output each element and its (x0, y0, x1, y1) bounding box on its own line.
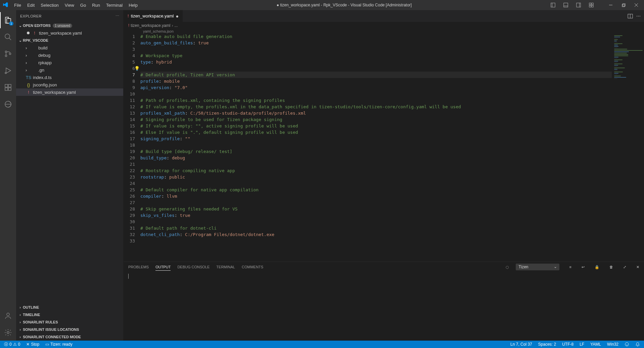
lightbulb-icon[interactable]: 💡 (134, 65, 140, 72)
menu-edit[interactable]: Edit (25, 1, 37, 9)
section-workspace[interactable]: ⌄ RPK_VSCODE (16, 37, 123, 44)
sidebar: EXPLORER ⋯ ⌄ OPEN EDITORS 1 unsaved !tiz… (16, 10, 124, 341)
status-language[interactable]: YAML (589, 342, 602, 347)
unsaved-dot-icon (27, 32, 30, 34)
activitybar-extensions[interactable] (0, 79, 16, 95)
svg-point-27 (7, 313, 9, 316)
file-name: jsconfig.json (33, 82, 57, 87)
activitybar-settings[interactable] (0, 324, 16, 341)
code-content[interactable]: # Enable auto build file generationauto_… (140, 33, 612, 262)
window-minimize-icon[interactable] (606, 0, 616, 10)
customize-layout-icon[interactable] (586, 0, 596, 10)
section-outline[interactable]: ›OUTLINE (16, 304, 123, 311)
statusbar: ⓧ0 ⚠0 ✕Stop ▭Tizen: ready Ln 7, Col 37 S… (0, 341, 644, 348)
open-editor-item[interactable]: !tizen_workspace.yaml (16, 29, 123, 37)
explorer-dirty-badge: 1 (9, 22, 13, 26)
activitybar: 1 (0, 10, 16, 341)
filter-icon[interactable]: ≡ (569, 265, 571, 269)
menu-help[interactable]: Help (126, 1, 140, 9)
svg-rect-12 (623, 3, 625, 6)
menu-file[interactable]: File (11, 1, 24, 9)
panel-tab-problems[interactable]: PROBLEMS (128, 264, 149, 270)
clear-icon[interactable]: 🗑 (609, 265, 613, 269)
tree-item[interactable]: ›.gn (16, 66, 123, 74)
status-encoding[interactable]: UTF-8 (561, 342, 575, 347)
wrap-icon[interactable]: ↩ (582, 265, 585, 269)
editor-body[interactable]: 1234567891011121314151617181920212223242… (124, 33, 644, 262)
activitybar-scm[interactable] (0, 46, 16, 62)
menu-selection[interactable]: Selection (38, 1, 61, 9)
menu-go[interactable]: Go (78, 1, 89, 9)
svg-point-21 (5, 72, 6, 74)
status-eol[interactable]: LF (578, 342, 586, 347)
section-timeline[interactable]: ›TIMELINE (16, 311, 123, 318)
sidebar-title: EXPLORER (20, 14, 42, 18)
activitybar-run-debug[interactable] (0, 63, 16, 79)
file-name: rpkapp (38, 60, 52, 65)
svg-rect-25 (8, 88, 11, 90)
svg-point-15 (5, 34, 10, 39)
section-sonarlint-connected[interactable]: ›SONARLINT CONNECTED MODE (16, 333, 123, 341)
lock-icon[interactable]: 🔒 (595, 265, 599, 269)
menu-terminal[interactable]: Terminal (103, 1, 125, 9)
breadcrumb[interactable]: ! tizen_workspace.yaml › ... (124, 22, 644, 29)
ts-file-icon: TS (26, 75, 32, 80)
tree-item[interactable]: ›rpkapp (16, 59, 123, 66)
open-editors-badge: 1 unsaved (53, 24, 72, 28)
section-sonarlint-rules[interactable]: ›SONARLINT RULES (16, 318, 123, 326)
vscode-logo-icon (3, 2, 9, 8)
minimap[interactable] (612, 33, 644, 262)
svg-rect-9 (592, 5, 593, 7)
panel-tab-debug-console[interactable]: DEBUG CONSOLE (177, 264, 210, 270)
yaml-file-icon: ! (128, 23, 129, 28)
close-panel-icon[interactable]: ✕ (636, 265, 639, 269)
output-body[interactable] (124, 272, 644, 341)
status-os[interactable]: Win32 (606, 342, 620, 347)
svg-point-31 (625, 343, 629, 346)
activitybar-explorer[interactable]: 1 (0, 12, 16, 28)
status-feedback-icon[interactable] (623, 342, 631, 347)
sidebar-more-icon[interactable]: ⋯ (116, 14, 120, 18)
json-file-icon: {} (26, 82, 32, 87)
svg-rect-23 (8, 84, 11, 87)
svg-point-19 (9, 53, 11, 55)
svg-rect-6 (589, 3, 591, 5)
layout-panel-right-icon[interactable] (573, 0, 584, 10)
menu-run[interactable]: Run (89, 1, 103, 9)
menu-view[interactable]: View (62, 1, 77, 9)
split-editor-icon[interactable] (628, 13, 633, 19)
panel-tab-terminal[interactable]: TERMINAL (216, 264, 235, 270)
svg-rect-11 (622, 4, 624, 6)
svg-point-18 (5, 55, 7, 57)
activitybar-search[interactable] (0, 29, 16, 45)
tree-item[interactable]: ›build (16, 44, 123, 51)
output-channel-select[interactable]: Tizen (516, 264, 559, 270)
window-title: ● tizen_workspace.yaml - Rpk_VScode - Vi… (140, 3, 548, 7)
panel-tab-output[interactable]: OUTPUT (155, 264, 171, 271)
layout-panel-bottom-icon[interactable] (561, 0, 571, 10)
window-close-icon[interactable] (631, 0, 641, 10)
open-editors-label: OPEN EDITORS (23, 24, 51, 28)
tab-more-icon[interactable]: ⋯ (636, 13, 641, 18)
maximize-icon[interactable]: ⤢ (623, 265, 626, 269)
tree-item[interactable]: ›debug (16, 51, 123, 59)
tab-tizen-workspace[interactable]: ! tizen_workspace.yaml ● (124, 10, 183, 22)
status-stop[interactable]: ✕Stop (25, 342, 41, 347)
panel-tab-comments[interactable]: COMMENTS (242, 264, 263, 270)
tree-item[interactable]: {}jsconfig.json (16, 81, 123, 88)
status-errors[interactable]: ⓧ0 ⚠0 (3, 342, 21, 347)
window-maximize-icon[interactable] (618, 0, 629, 10)
file-name: .gn (38, 68, 44, 73)
status-tizen[interactable]: ▭Tizen: ready (44, 342, 74, 347)
status-bell-icon[interactable] (634, 342, 641, 347)
activitybar-tizen[interactable] (0, 96, 16, 112)
tree-item[interactable]: TSindex.d.ts (16, 74, 123, 81)
section-open-editors[interactable]: ⌄ OPEN EDITORS 1 unsaved (16, 22, 123, 29)
tree-item[interactable]: !tizen_workspace.yaml (16, 88, 123, 96)
svg-rect-7 (592, 3, 593, 5)
activitybar-account[interactable] (0, 308, 16, 324)
status-spaces[interactable]: Spaces: 2 (537, 342, 557, 347)
section-sonarlint-issues[interactable]: ›SONARLINT ISSUE LOCATIONS (16, 326, 123, 333)
status-position[interactable]: Ln 7, Col 37 (509, 342, 534, 347)
layout-panel-left-icon[interactable] (548, 0, 558, 10)
